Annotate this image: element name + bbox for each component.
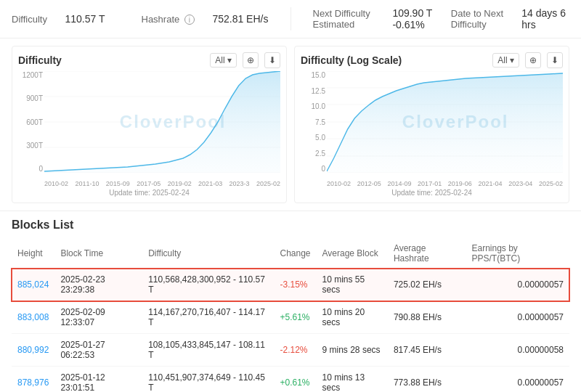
cell-earnings: 0.00000057	[466, 301, 569, 334]
height-link[interactable]: 885,024	[17, 279, 49, 290]
cell-avg-hashrate: 725.02 EH/s	[388, 269, 466, 301]
table-row: 878,976 2025-01-12 23:01:51 110,451,907,…	[12, 367, 569, 393]
cell-earnings: 0.00000057	[466, 367, 569, 393]
cell-earnings: 0.00000058	[466, 334, 569, 367]
cell-block-time: 2025-01-27 06:22:53	[54, 334, 142, 367]
cell-avg-block: 10 mins 20 secs	[317, 301, 388, 334]
cell-avg-block: 9 mins 28 secs	[317, 334, 388, 367]
cell-block-time: 2025-02-09 12:33:07	[54, 301, 142, 334]
stats-bar: Difficulty 110.57 T Hashrate i 752.81 EH…	[0, 0, 581, 38]
cell-avg-block: 10 mins 55 secs	[317, 269, 388, 301]
col-avg-hashrate: Average Hashrate	[388, 239, 466, 269]
col-earnings: Earnings by PPS/T(BTC)	[466, 239, 569, 269]
difficulty-expand-btn[interactable]: ⊕	[243, 52, 259, 68]
table-row: 885,024 2025-02-23 23:29:38 110,568,428,…	[12, 269, 569, 301]
height-link[interactable]: 880,992	[17, 345, 49, 355]
blocks-section: Blocks List Height Block Time Difficulty…	[0, 211, 581, 392]
difficulty-log-svg-area: CloverPool	[327, 71, 563, 173]
cell-change: -2.12%	[274, 334, 316, 367]
cell-change: +5.61%	[274, 301, 316, 334]
blocks-table: Height Block Time Difficulty Change Aver…	[12, 239, 569, 392]
blocks-section-title: Blocks List	[12, 219, 569, 232]
hashrate-info-icon[interactable]: i	[184, 15, 195, 25]
difficulty-update-time: Update time: 2025-02-24	[18, 189, 280, 197]
cell-change: +0.61%	[274, 367, 316, 393]
difficulty-log-period-select[interactable]: All ▾	[492, 53, 519, 68]
difficulty-log-chart-header: Difficulty (Log Scale) All ▾ ⊕ ⬇	[301, 52, 563, 68]
difficulty-log-update-time: Update time: 2025-02-24	[301, 189, 563, 197]
cell-avg-hashrate: 773.88 EH/s	[388, 367, 466, 393]
col-difficulty: Difficulty	[142, 239, 274, 269]
difficulty-log-y-labels: 15.0 12.5 10.0 7.5 5.0 2.5 0	[301, 71, 327, 173]
col-block-time: Block Time	[54, 239, 142, 269]
hashrate-label: Hashrate	[142, 14, 180, 25]
difficulty-chart-area: 1200T 900T 600T 300T 0	[18, 71, 280, 187]
hashrate-stat: Hashrate i	[142, 14, 195, 25]
table-header-row: Height Block Time Difficulty Change Aver…	[12, 239, 569, 269]
cell-block-time: 2025-02-23 23:29:38	[54, 269, 142, 301]
difficulty-chart-title: Difficulty	[18, 54, 62, 66]
charts-section: Difficulty All ▾ ⊕ ⬇ 1200T 900T 600T 300…	[0, 38, 581, 211]
date-next-value: 14 days 6 hrs	[521, 7, 569, 30]
table-row: 880,992 2025-01-27 06:22:53 108,105,433,…	[12, 334, 569, 367]
next-difficulty-label: Next Difficulty Estimated	[313, 8, 370, 30]
difficulty-log-download-btn[interactable]: ⬇	[547, 52, 563, 68]
cell-avg-hashrate: 790.88 EH/s	[388, 301, 466, 334]
cell-height: 883,008	[12, 301, 54, 334]
cell-earnings: 0.00000057	[466, 269, 569, 301]
next-difficulty-value: 109.90 T -0.61%	[392, 7, 450, 30]
col-change: Change	[274, 239, 316, 269]
cell-avg-hashrate: 817.45 EH/s	[388, 334, 466, 367]
difficulty-download-btn[interactable]: ⬇	[264, 52, 280, 68]
height-link[interactable]: 878,976	[17, 377, 49, 388]
stats-left: Difficulty 110.57 T Hashrate i 752.81 EH…	[12, 7, 290, 30]
cell-block-time: 2025-01-12 23:01:51	[54, 367, 142, 393]
difficulty-y-labels: 1200T 900T 600T 300T 0	[18, 71, 44, 173]
difficulty-stat: Difficulty	[12, 14, 47, 25]
cell-difficulty: 114,167,270,716,407 - 114.17 T	[142, 301, 274, 334]
difficulty-log-x-labels: 2010-02 2012-05 2014-09 2017-01 2019-06 …	[327, 180, 563, 187]
cell-avg-block: 10 mins 13 secs	[317, 367, 388, 393]
date-next-label: Date to Next Difficulty	[451, 8, 503, 30]
cell-height: 878,976	[12, 367, 54, 393]
difficulty-value: 110.57 T	[65, 13, 105, 25]
cell-difficulty: 108,105,433,845,147 - 108.11 T	[142, 334, 274, 367]
difficulty-chart-header: Difficulty All ▾ ⊕ ⬇	[18, 52, 280, 68]
difficulty-chart: Difficulty All ▾ ⊕ ⬇ 1200T 900T 600T 300…	[12, 46, 287, 203]
difficulty-period-select[interactable]: All ▾	[210, 53, 237, 68]
difficulty-log-expand-btn[interactable]: ⊕	[525, 52, 541, 68]
next-difficulty-stat: Next Difficulty Estimated	[313, 8, 393, 30]
difficulty-chart-controls: All ▾ ⊕ ⬇	[210, 52, 280, 68]
col-height: Height	[12, 239, 54, 269]
difficulty-x-labels: 2010-02 2011-10 2015-09 2017-05 2019-02 …	[44, 180, 280, 187]
difficulty-svg-area: CloverPool	[44, 71, 280, 173]
cell-difficulty: 110,568,428,300,952 - 110.57 T	[142, 269, 274, 301]
difficulty-log-chart-title: Difficulty (Log Scale)	[301, 54, 402, 66]
stats-right: Next Difficulty Estimated 109.90 T -0.61…	[290, 7, 570, 30]
difficulty-log-chart-controls: All ▾ ⊕ ⬇	[492, 52, 563, 68]
cell-height: 885,024	[12, 269, 54, 301]
cell-change: -3.15%	[274, 269, 316, 301]
col-avg-block: Average Block	[317, 239, 388, 269]
difficulty-log-chart-area: 15.0 12.5 10.0 7.5 5.0 2.5 0	[301, 71, 563, 187]
height-link[interactable]: 883,008	[17, 312, 49, 322]
table-row: 883,008 2025-02-09 12:33:07 114,167,270,…	[12, 301, 569, 334]
hashrate-value: 752.81 EH/s	[212, 13, 268, 25]
date-next-stat: Date to Next Difficulty	[451, 8, 521, 30]
next-difficulty-change: -0.61%	[392, 19, 424, 30]
cell-difficulty: 110,451,907,374,649 - 110.45 T	[142, 367, 274, 393]
difficulty-log-chart: Difficulty (Log Scale) All ▾ ⊕ ⬇ 15.0 12…	[294, 46, 569, 203]
difficulty-label: Difficulty	[12, 14, 47, 25]
cell-height: 880,992	[12, 334, 54, 367]
